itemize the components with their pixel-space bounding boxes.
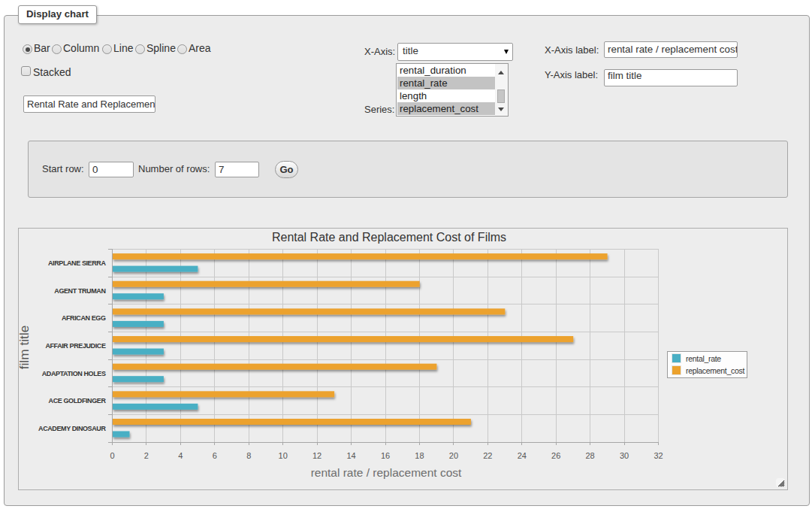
svg-text:Rental Rate and Replacement Co: Rental Rate and Replacement Cost of Film… [272,231,506,244]
svg-text:rental rate / replacement cost: rental rate / replacement cost [311,466,462,479]
svg-text:6: 6 [213,451,217,460]
svg-text:0: 0 [110,451,114,460]
svg-text:replacement_cost: replacement_cost [686,366,744,375]
svg-text:AIRPLANE SIERRA: AIRPLANE SIERRA [48,259,106,267]
svg-text:14: 14 [346,451,355,460]
svg-text:film title: film title [19,326,32,370]
svg-text:ADAPTATION HOLES: ADAPTATION HOLES [42,370,106,377]
svg-text:30: 30 [620,451,629,460]
svg-text:24: 24 [518,451,527,460]
svg-text:rental_rate: rental_rate [686,354,721,363]
svg-text:AGENT TRUMAN: AGENT TRUMAN [54,287,105,295]
svg-text:4: 4 [178,451,183,460]
svg-text:20: 20 [449,451,458,460]
svg-text:22: 22 [483,451,492,460]
svg-text:2: 2 [144,451,149,460]
svg-text:AFRICAN EGG: AFRICAN EGG [62,314,106,322]
svg-text:18: 18 [415,451,424,460]
svg-text:28: 28 [585,451,594,460]
svg-text:32: 32 [654,451,663,460]
svg-text:12: 12 [312,451,321,460]
svg-text:AFFAIR PREJUDICE: AFFAIR PREJUDICE [45,342,106,350]
svg-text:ACADEMY DINOSAUR: ACADEMY DINOSAUR [38,425,106,432]
svg-text:8: 8 [246,451,251,460]
svg-text:16: 16 [381,451,390,460]
svg-text:ACE GOLDFINGER: ACE GOLDFINGER [49,397,107,404]
svg-text:10: 10 [279,451,288,460]
svg-text:26: 26 [551,451,560,460]
